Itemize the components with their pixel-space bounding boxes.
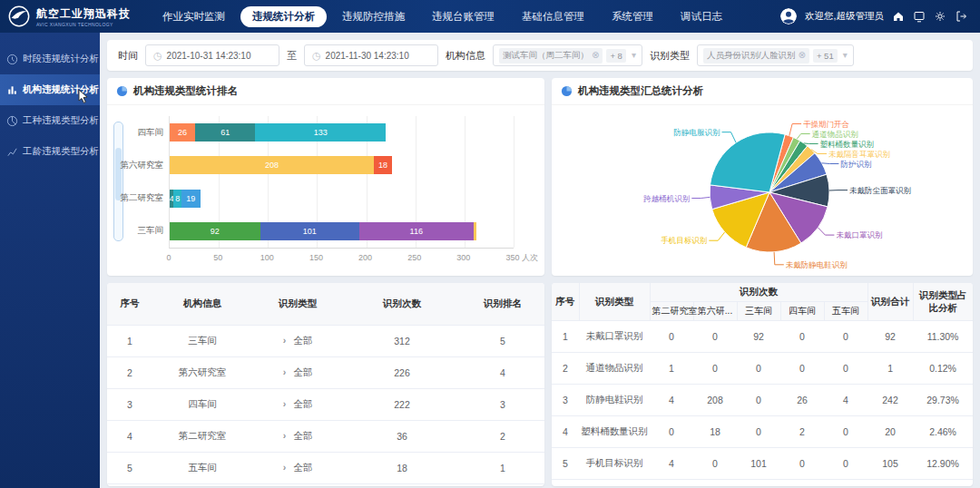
pie-chart-body: 干操期门开合通道物品识别塑料桶数量识别未戴隔音耳罩识别防护识别未戴防尘面罩识别未… — [552, 105, 973, 274]
sidebar-item-label: 工种违规类型分析 — [23, 114, 99, 127]
chevron-down-icon[interactable]: ▾ — [632, 51, 636, 60]
org-select[interactable]: 测试车间（周二车间） ⊗ + 8 ▾ — [493, 44, 642, 66]
welcome-text: 欢迎您,超级管理员 — [805, 10, 884, 23]
chevron-down-icon[interactable]: ▾ — [843, 51, 848, 60]
nav-item-base-info[interactable]: 基础信息管理 — [510, 6, 596, 27]
bar-segment: 61 — [195, 123, 255, 142]
col-header: 序号 — [107, 283, 152, 325]
bar-value-label: 26 — [178, 128, 187, 137]
pie-label-line — [804, 143, 818, 144]
cell-value: 4 — [824, 385, 867, 416]
bar-segment: 8 — [173, 190, 181, 208]
cell-value: 1 — [650, 353, 693, 385]
type-select[interactable]: 人员身份识别/人脸识别 ⊗ + 51 ▾ — [697, 44, 854, 66]
pie-label-line — [822, 163, 839, 164]
expand-caret-icon[interactable]: › — [283, 398, 287, 409]
cell-value: 0 — [780, 353, 824, 385]
bar-value-label: 18 — [378, 161, 387, 170]
nav-item-realtime-monitor[interactable]: 作业实时监测 — [151, 6, 237, 27]
app-root: 航空工业翔迅科技 AVIC XIANGXUN TECHNOLOGY 作业实时监测… — [0, 0, 980, 488]
cell-no: 5 — [552, 448, 579, 480]
bar-value-label: 19 — [186, 194, 195, 203]
datazoom-slider[interactable] — [113, 122, 123, 241]
pie-label: 未戴防静电鞋识别 — [786, 260, 848, 269]
nav-item-system-management[interactable]: 系统管理 — [600, 6, 665, 27]
sidebar-item-time-stats[interactable]: 时段违规统计分析 — [0, 44, 100, 74]
bar-segment: 26 — [170, 123, 195, 142]
nav-item-debug-log[interactable]: 调试日志 — [669, 6, 734, 27]
expand-caret-icon[interactable]: › — [283, 462, 287, 473]
cell-total: 105 — [867, 448, 913, 480]
pie-label: 未戴隔音耳罩识别 — [828, 150, 890, 159]
logout-icon[interactable] — [955, 10, 967, 23]
cell-count: 226 — [343, 356, 461, 388]
bar-value-label: 101 — [303, 227, 317, 236]
cell-no: 3 — [107, 388, 152, 420]
sidebar-item-label: 时段违规统计分析 — [23, 53, 99, 65]
cell-value: 101 — [737, 448, 780, 480]
close-icon[interactable]: ⊗ — [592, 51, 599, 60]
nav-item-prevention-measures[interactable]: 违规防控措施 — [330, 6, 416, 27]
bar-chart-body: 四车间第六研究室第二研究室三车间 26611332081848199210111… — [107, 105, 544, 274]
cell-org: 第六研究室 — [152, 356, 252, 388]
x-tick-label: 50 — [213, 253, 222, 262]
nav-item-violation-stats[interactable]: 违规统计分析 — [240, 6, 327, 27]
window-icon[interactable] — [913, 10, 926, 23]
pie-label: 干操期门开合 — [803, 120, 849, 129]
sidebar-item-worktype-stats[interactable]: 工种违规类型分析 — [0, 105, 100, 136]
bar-segment: 101 — [260, 222, 359, 240]
pie-label: 塑料桶数量识别 — [820, 140, 875, 149]
col-header: 识别类型 — [579, 283, 650, 321]
pie-chart: 干操期门开合通道物品识别塑料桶数量识别未戴隔音耳罩识别防护识别未戴防尘面罩识别未… — [552, 105, 973, 274]
cell-no: 3 — [552, 385, 579, 416]
cell-total: 242 — [867, 385, 913, 416]
settings-icon[interactable] — [934, 10, 946, 23]
bar-segment: 18 — [374, 156, 391, 174]
pie-label: 防静电服识别 — [674, 128, 720, 137]
cell-value: 0 — [737, 385, 780, 416]
bar-chart-plot: 266113320818481992101116 — [169, 116, 514, 249]
type-summary-table: 序号 识别类型 识别次数 识别合计 识别类型占比分析 第二研究室 第六研... … — [552, 283, 973, 480]
bar-category-axis: 四车间第六研究室第二研究室三车间 — [125, 116, 167, 249]
expand-caret-icon[interactable]: › — [283, 335, 287, 346]
cell-org: 四车间 — [152, 388, 252, 420]
pie-label-line — [774, 252, 784, 265]
org-tag-text: 测试车间（周二车间） — [503, 50, 589, 62]
cell-no: 5 — [107, 452, 152, 483]
pie-label-line — [818, 228, 834, 235]
pie-label-line — [789, 124, 801, 136]
pie-label: 通道物品识别 — [812, 130, 858, 139]
x-tick-label: 350 — [505, 253, 519, 262]
nav-item-ledger-management[interactable]: 违规台账管理 — [420, 6, 506, 27]
home-icon[interactable] — [892, 10, 905, 23]
type-more-chip: + 51 — [813, 49, 838, 63]
type-filter-label: 识别类型 — [650, 49, 690, 63]
bar-category-label: 第二研究室 — [125, 182, 163, 215]
sidebar-item-org-stats[interactable]: 机构违规统计分析 — [0, 74, 100, 105]
user-icon — [780, 8, 797, 24]
x-axis-unit-label: 人次 — [522, 252, 538, 264]
bar-segment: 92 — [170, 222, 260, 240]
pie-chart-icon — [6, 115, 18, 127]
cell-value: 4 — [650, 385, 693, 416]
expand-caret-icon[interactable]: › — [283, 430, 287, 441]
sidebar-item-seniority-stats[interactable]: 工龄违规类型分析 — [0, 136, 100, 167]
line-chart-icon — [6, 146, 18, 158]
user-avatar[interactable] — [780, 8, 797, 24]
cell-rank: 4 — [461, 356, 544, 388]
org-filter-label: 机构信息 — [446, 49, 485, 63]
expand-caret-icon[interactable]: › — [283, 366, 287, 377]
date-to-input[interactable]: ◷ 2021-11-30 14:23:10 — [304, 44, 438, 66]
org-more-chip: + 8 — [606, 49, 625, 63]
col-header: 机构信息 — [152, 283, 252, 325]
brand-title: 航空工业翔迅科技 — [36, 6, 131, 22]
cell-type: 未戴口罩识别 — [579, 321, 650, 353]
cell-value: 0 — [780, 448, 824, 480]
cell-ratio: 2.46% — [913, 416, 973, 448]
close-icon[interactable]: ⊗ — [799, 51, 806, 60]
date-from-input[interactable]: ◷ 2021-10-31 14:23:10 — [145, 44, 279, 66]
pie-label-line — [709, 232, 724, 240]
cell-org: 三车间 — [152, 325, 252, 356]
cell-total: 20 — [867, 416, 913, 448]
cell-type: ›全部 — [252, 420, 343, 452]
